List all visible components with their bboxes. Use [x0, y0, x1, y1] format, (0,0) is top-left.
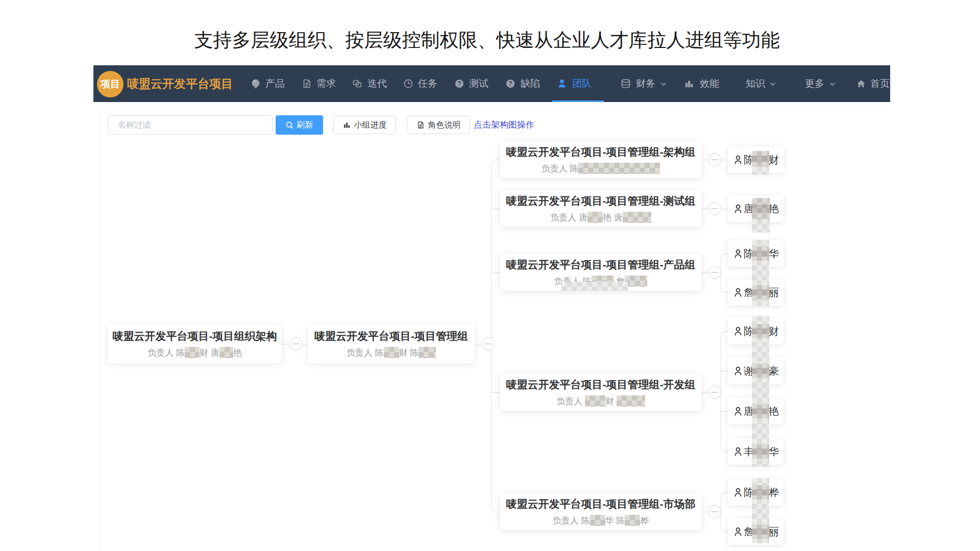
svg-text:?: ? [508, 80, 512, 87]
svg-text:?: ? [457, 80, 461, 87]
